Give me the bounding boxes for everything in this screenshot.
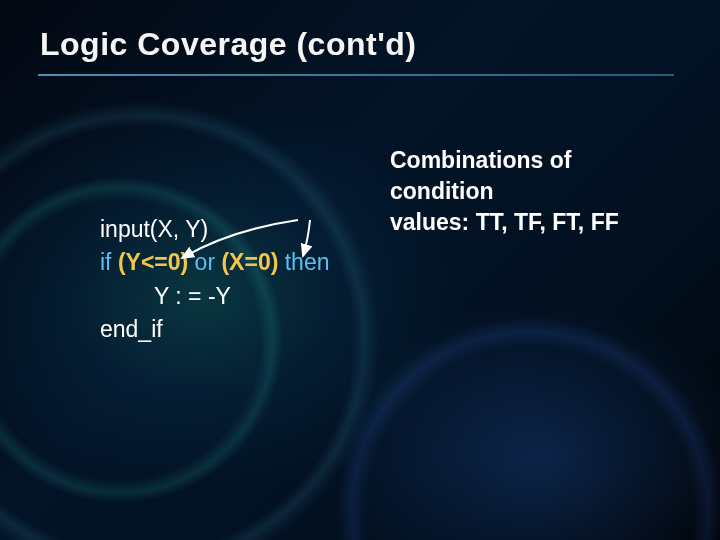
condition-1: (Y<=0): [118, 249, 188, 275]
code-block: input(X, Y) if (Y<=0) or (X=0) then Y : …: [100, 213, 330, 346]
annotation-text: Combinations of condition values: TT, TF…: [390, 145, 680, 238]
keyword-or: or: [188, 249, 221, 275]
code-line-1: input(X, Y): [100, 213, 330, 246]
slide-title: Logic Coverage (cont'd): [40, 26, 416, 63]
slide: Logic Coverage (cont'd) Combinations of …: [0, 0, 720, 540]
annotation-line2: values: TT, TF, FT, FF: [390, 207, 680, 238]
code-line-2: if (Y<=0) or (X=0) then: [100, 246, 330, 279]
title-underline: [38, 74, 674, 76]
bg-swirl: [320, 300, 720, 540]
code-statement: Y : = -Y: [154, 283, 231, 309]
annotation-line1: Combinations of condition: [390, 147, 571, 204]
keyword-then: then: [278, 249, 329, 275]
code-line-4: end_if: [100, 313, 330, 346]
condition-2: (X=0): [221, 249, 278, 275]
keyword-if: if: [100, 249, 118, 275]
code-line-3: Y : = -Y: [100, 280, 330, 313]
